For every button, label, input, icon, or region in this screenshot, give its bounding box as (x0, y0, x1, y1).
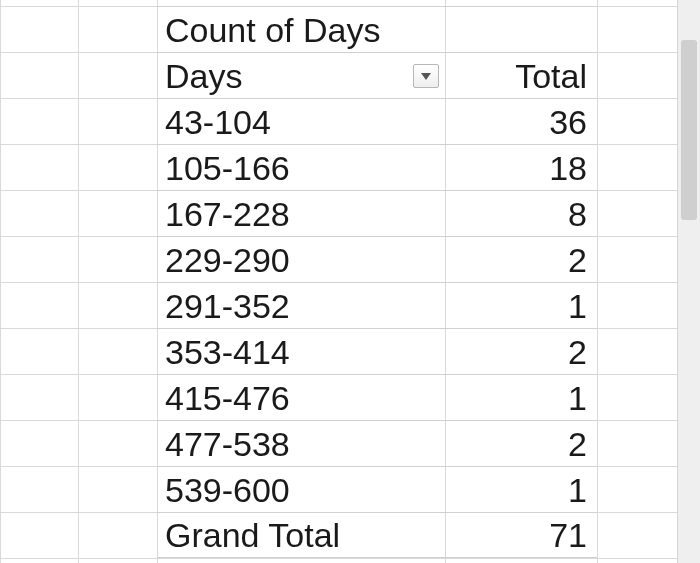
row-value: 1 (445, 381, 597, 415)
row-label: 291-352 (157, 289, 445, 323)
row-label: 43-104 (157, 105, 445, 139)
row-label: 105-166 (157, 151, 445, 185)
svg-marker-0 (421, 73, 431, 80)
grand-total-row: Grand Total 71 (157, 512, 597, 558)
scrollbar-thumb[interactable] (681, 40, 697, 220)
row-value: 18 (445, 151, 597, 185)
table-row: 477-538 2 (157, 420, 597, 466)
row-value: 1 (445, 473, 597, 507)
pivot-title: Count of Days (157, 13, 445, 47)
table-row: 105-166 18 (157, 144, 597, 190)
row-value: 2 (445, 243, 597, 277)
spreadsheet-sheet: Count of Days Days Total 43-104 36 105-1… (0, 0, 700, 563)
vertical-scrollbar[interactable] (677, 0, 700, 563)
table-row: 43-104 36 (157, 98, 597, 144)
row-value: 2 (445, 335, 597, 369)
row-value: 36 (445, 105, 597, 139)
row-value: 8 (445, 197, 597, 231)
row-value: 1 (445, 289, 597, 323)
row-label: 415-476 (157, 381, 445, 415)
table-row: 539-600 1 (157, 466, 597, 512)
row-label: 167-228 (157, 197, 445, 231)
grand-total-label: Grand Total (157, 518, 445, 552)
grand-total-value: 71 (445, 518, 597, 552)
row-label: 353-414 (157, 335, 445, 369)
table-row: 291-352 1 (157, 282, 597, 328)
pivot-row-field-header[interactable]: Days (157, 59, 445, 93)
table-row: 415-476 1 (157, 374, 597, 420)
chevron-down-icon (420, 71, 432, 81)
row-label: 477-538 (157, 427, 445, 461)
table-row: 167-228 8 (157, 190, 597, 236)
row-value: 2 (445, 427, 597, 461)
pivot-header-row: Days Total (157, 52, 597, 98)
pivot-row-field-label: Days (165, 57, 242, 95)
pivot-value-header: Total (445, 59, 597, 93)
row-label: 539-600 (157, 473, 445, 507)
table-row: 229-290 2 (157, 236, 597, 282)
pivot-title-row: Count of Days (157, 6, 597, 52)
filter-dropdown-button[interactable] (413, 64, 439, 88)
row-label: 229-290 (157, 243, 445, 277)
table-row: 353-414 2 (157, 328, 597, 374)
pivot-table: Count of Days Days Total 43-104 36 105-1… (157, 6, 597, 558)
